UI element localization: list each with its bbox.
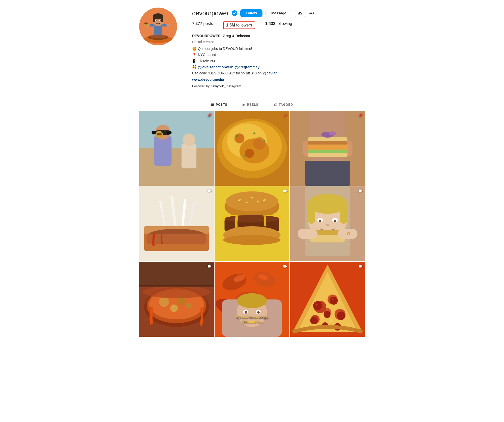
- post-image-1: [139, 111, 214, 186]
- grid-item-5[interactable]: [215, 186, 289, 261]
- avatar-container: [139, 8, 177, 45]
- svg-point-83: [319, 220, 321, 222]
- mention-2[interactable]: @gregremmey: [235, 64, 259, 70]
- svg-point-39: [234, 133, 245, 144]
- svg-point-135: [320, 315, 324, 319]
- reel-icon-5: [283, 188, 287, 194]
- svg-point-98: [186, 303, 192, 309]
- video-icon: [283, 264, 287, 269]
- grid-item-4[interactable]: [139, 186, 214, 261]
- grid-item-3[interactable]: 📌: [290, 111, 365, 186]
- svg-point-119: [257, 311, 260, 314]
- bio-line-4: 👫 @loveisanactionverb @gregremmey: [192, 64, 365, 70]
- post-image-4: [139, 186, 214, 261]
- svg-rect-52: [308, 150, 347, 153]
- mention-caviar[interactable]: @caviar: [263, 70, 277, 76]
- svg-point-85: [325, 224, 330, 226]
- bio-section: DEVOURPOWER: Greg & Rebecca Digital crea…: [192, 33, 365, 89]
- verified-icon: [232, 10, 237, 16]
- post-image-7: [139, 262, 214, 337]
- posts-stat[interactable]: 7,277 posts: [192, 21, 213, 29]
- message-button[interactable]: Message: [265, 9, 292, 17]
- svg-point-11: [156, 20, 157, 21]
- video-icon: [207, 188, 212, 193]
- svg-rect-23: [139, 111, 214, 148]
- full-name: DEVOURPOWER: Greg & Rebecca: [192, 33, 365, 39]
- svg-point-126: [313, 301, 322, 310]
- post-image-9: [290, 262, 365, 337]
- svg-point-69: [223, 235, 281, 245]
- svg-rect-100: [139, 262, 214, 287]
- bio-promo: Use code "DEVOURXCAV" for $5 off $40 on …: [192, 70, 365, 76]
- svg-point-118: [245, 311, 247, 314]
- video-icon: [358, 188, 363, 193]
- reel-icon-8: [283, 264, 287, 270]
- tagged-tab-label: TAGGED: [279, 103, 293, 106]
- mention-1[interactable]: @loveisanactionverb: [198, 64, 233, 70]
- grid-item-1[interactable]: 📌: [139, 111, 214, 186]
- reels-tab-label: REELS: [247, 103, 258, 106]
- follow-button[interactable]: Follow: [240, 9, 262, 17]
- svg-rect-56: [305, 161, 350, 186]
- svg-rect-51: [308, 145, 347, 150]
- grid-item-8[interactable]: My wife loves wings. Welcome to...: [215, 262, 289, 337]
- profile-info: devourpower Follow Message •••: [192, 8, 365, 89]
- add-user-button[interactable]: [295, 9, 305, 17]
- svg-rect-53: [308, 153, 347, 157]
- following-label: following: [276, 21, 292, 26]
- reel-icon-6: [358, 188, 363, 194]
- tab-reels[interactable]: ▶ REELS: [243, 99, 258, 110]
- username: devourpower: [192, 9, 229, 17]
- svg-point-73: [246, 202, 248, 203]
- svg-point-134: [332, 298, 334, 300]
- post-image-3: [290, 111, 365, 186]
- video-icon: [358, 264, 363, 269]
- overlay-line-2: Welcome to...: [217, 320, 287, 324]
- reel-icon-4: [207, 188, 212, 194]
- video-icon: [207, 264, 212, 269]
- svg-point-55: [329, 131, 336, 135]
- reel-icon-9: [358, 264, 363, 270]
- followers-stat[interactable]: 1.5M followers: [223, 21, 255, 29]
- svg-point-31: [183, 133, 195, 146]
- svg-rect-61: [147, 234, 206, 244]
- grid-item-7[interactable]: [139, 262, 214, 337]
- svg-point-43: [264, 140, 265, 142]
- more-dots-icon: •••: [309, 10, 314, 16]
- svg-point-12: [160, 20, 161, 21]
- post-image-5: [215, 186, 289, 261]
- svg-point-64: [226, 191, 278, 211]
- pin-icon-1: 📌: [207, 113, 212, 118]
- svg-rect-33: [157, 133, 162, 135]
- followers-label: followers: [236, 23, 252, 27]
- username-row: devourpower Follow Message •••: [192, 9, 365, 17]
- followed-by-user[interactable]: newyork_instagram: [211, 84, 241, 88]
- svg-point-130: [323, 311, 331, 318]
- following-count: 1,432: [265, 21, 275, 26]
- tab-tagged[interactable]: 🏷 TAGGED: [274, 99, 293, 110]
- posts-label: posts: [203, 21, 213, 26]
- svg-point-41: [245, 149, 254, 158]
- svg-rect-29: [167, 131, 172, 134]
- grid-item-2[interactable]: 📌: [215, 111, 289, 186]
- svg-point-40: [253, 137, 265, 150]
- grid-item-9[interactable]: [290, 262, 365, 337]
- bio-line-3: 📱 TikTok: 2M: [192, 58, 365, 64]
- svg-point-127: [330, 297, 338, 305]
- grid-item-6[interactable]: [290, 186, 365, 261]
- svg-point-45: [244, 155, 245, 157]
- svg-rect-88: [298, 229, 317, 239]
- reel-icon-7: [207, 264, 212, 270]
- more-options-button[interactable]: •••: [308, 10, 315, 16]
- svg-point-95: [159, 297, 169, 307]
- tabs-row: ⊞ POSTS ▶ REELS 🏷 TAGGED: [139, 99, 365, 110]
- bio-link[interactable]: www.devour.media: [192, 77, 224, 82]
- svg-point-42: [236, 135, 238, 137]
- avatar[interactable]: [139, 8, 177, 45]
- overlay-line-1: My wife loves wings.: [217, 315, 287, 320]
- following-stat[interactable]: 1,432 following: [265, 21, 292, 29]
- followers-count: 1.5M: [226, 23, 235, 27]
- svg-point-84: [334, 220, 336, 222]
- tab-posts[interactable]: ⊞ POSTS: [211, 99, 227, 110]
- pin-icon-2: 📌: [282, 113, 287, 118]
